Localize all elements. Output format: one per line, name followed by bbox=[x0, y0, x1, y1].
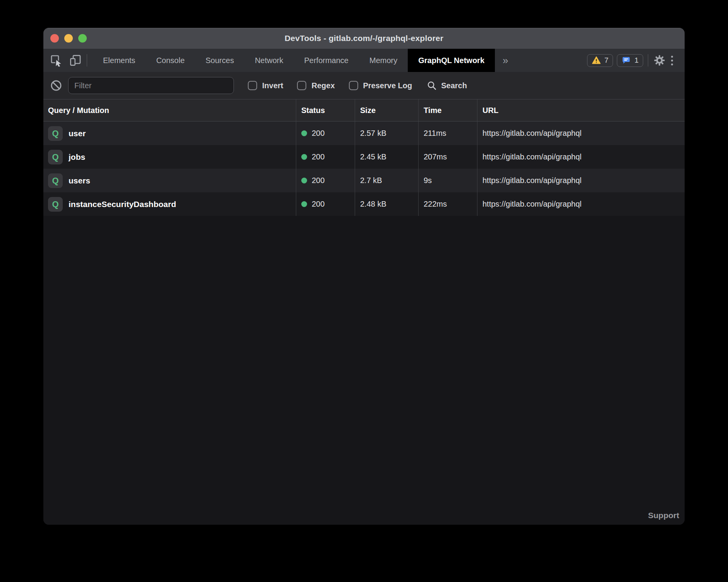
status-ok-dot bbox=[301, 201, 307, 207]
table-row[interactable]: Q user 200 2.57 kB 211ms https://gitlab.… bbox=[43, 122, 685, 145]
query-type-badge: Q bbox=[48, 173, 63, 188]
regex-checkbox-group: Regex bbox=[297, 81, 335, 90]
search-label: Search bbox=[441, 81, 467, 90]
filter-input[interactable] bbox=[68, 77, 234, 94]
device-toolbar-icon[interactable] bbox=[69, 53, 82, 68]
devtools-window: DevTools - gitlab.com/-/graphql-explorer… bbox=[43, 28, 685, 525]
column-header-size[interactable]: Size bbox=[355, 99, 419, 121]
request-url: https://gitlab.com/api/graphql bbox=[477, 122, 685, 145]
preserve-log-checkbox-group: Preserve Log bbox=[349, 81, 412, 90]
response-time: 9s bbox=[419, 169, 477, 192]
response-time: 222ms bbox=[419, 192, 477, 216]
table-row[interactable]: Q instanceSecurityDashboard 200 2.48 kB … bbox=[43, 192, 685, 216]
window-title: DevTools - gitlab.com/-/graphql-explorer bbox=[285, 34, 443, 43]
tab-memory[interactable]: Memory bbox=[359, 49, 408, 72]
close-window-button[interactable] bbox=[50, 34, 59, 43]
title-bar: DevTools - gitlab.com/-/graphql-explorer bbox=[43, 28, 685, 49]
warning-count: 7 bbox=[604, 56, 609, 65]
query-name: instanceSecurityDashboard bbox=[69, 200, 176, 209]
column-header-time[interactable]: Time bbox=[419, 99, 477, 121]
search-icon bbox=[427, 80, 437, 91]
status-ok-dot bbox=[301, 130, 307, 136]
issue-count: 1 bbox=[634, 56, 639, 65]
regex-checkbox[interactable] bbox=[297, 81, 306, 90]
table-row[interactable]: Q jobs 200 2.45 kB 207ms https://gitlab.… bbox=[43, 145, 685, 169]
status-ok-dot bbox=[301, 178, 307, 183]
tab-performance[interactable]: Performance bbox=[294, 49, 359, 72]
query-name: user bbox=[69, 129, 86, 138]
column-header-status[interactable]: Status bbox=[296, 99, 355, 121]
tab-console[interactable]: Console bbox=[146, 49, 195, 72]
request-url: https://gitlab.com/api/graphql bbox=[477, 145, 685, 169]
tab-network[interactable]: Network bbox=[244, 49, 294, 72]
request-url: https://gitlab.com/api/graphql bbox=[477, 169, 685, 192]
traffic-lights bbox=[50, 28, 87, 49]
response-time: 207ms bbox=[419, 145, 477, 169]
response-time: 211ms bbox=[419, 122, 477, 145]
tab-graphql-network[interactable]: GraphQL Network bbox=[408, 49, 495, 72]
settings-gear-icon[interactable] bbox=[653, 53, 666, 68]
devtools-tab-bar: Elements Console Sources Network Perform… bbox=[43, 49, 685, 72]
query-type-badge: Q bbox=[48, 126, 63, 141]
response-size: 2.45 kB bbox=[355, 145, 419, 169]
minimize-window-button[interactable] bbox=[64, 34, 73, 43]
preserve-log-label: Preserve Log bbox=[363, 81, 412, 90]
warning-triangle-icon bbox=[592, 56, 601, 65]
invert-checkbox-group: Invert bbox=[248, 81, 283, 90]
status-code: 200 bbox=[312, 152, 325, 161]
network-filter-toolbar: Invert Regex Preserve Log Search bbox=[43, 72, 685, 99]
toolbar-separator bbox=[87, 54, 87, 67]
status-code: 200 bbox=[312, 200, 325, 209]
response-size: 2.48 kB bbox=[355, 192, 419, 216]
tab-sources[interactable]: Sources bbox=[195, 49, 244, 72]
issues-badge[interactable]: 1 bbox=[617, 54, 643, 67]
clear-log-icon[interactable] bbox=[50, 78, 63, 93]
tab-elements[interactable]: Elements bbox=[93, 49, 146, 72]
inspect-element-icon[interactable] bbox=[50, 53, 63, 68]
table-row[interactable]: Q users 200 2.7 kB 9s https://gitlab.com… bbox=[43, 169, 685, 192]
query-name: jobs bbox=[69, 152, 85, 162]
column-header-url[interactable]: URL bbox=[477, 99, 685, 121]
response-size: 2.7 kB bbox=[355, 169, 419, 192]
response-size: 2.57 kB bbox=[355, 122, 419, 145]
requests-table-header: Query / Mutation Status Size Time URL bbox=[43, 99, 685, 122]
status-code: 200 bbox=[312, 129, 325, 138]
panel-tabs: Elements Console Sources Network Perform… bbox=[93, 49, 516, 72]
zoom-window-button[interactable] bbox=[78, 34, 87, 43]
more-tabs-icon[interactable]: » bbox=[495, 49, 516, 72]
query-type-badge: Q bbox=[48, 197, 63, 212]
warnings-badge[interactable]: 7 bbox=[587, 54, 613, 67]
search-button[interactable]: Search bbox=[427, 80, 467, 91]
regex-label: Regex bbox=[311, 81, 335, 90]
invert-checkbox[interactable] bbox=[248, 81, 257, 90]
query-name: users bbox=[69, 176, 90, 185]
message-bubble-icon bbox=[622, 56, 631, 65]
status-ok-dot bbox=[301, 154, 307, 160]
preserve-log-checkbox[interactable] bbox=[349, 81, 358, 90]
request-url: https://gitlab.com/api/graphql bbox=[477, 192, 685, 216]
query-type-badge: Q bbox=[48, 150, 63, 164]
status-code: 200 bbox=[312, 176, 325, 185]
support-link[interactable]: Support bbox=[648, 511, 679, 520]
empty-results-area: Support bbox=[43, 216, 685, 525]
invert-label: Invert bbox=[262, 81, 283, 90]
column-header-query-mutation[interactable]: Query / Mutation bbox=[43, 99, 296, 121]
badge-separator bbox=[648, 54, 648, 67]
more-options-kebab-icon[interactable] bbox=[666, 53, 678, 68]
